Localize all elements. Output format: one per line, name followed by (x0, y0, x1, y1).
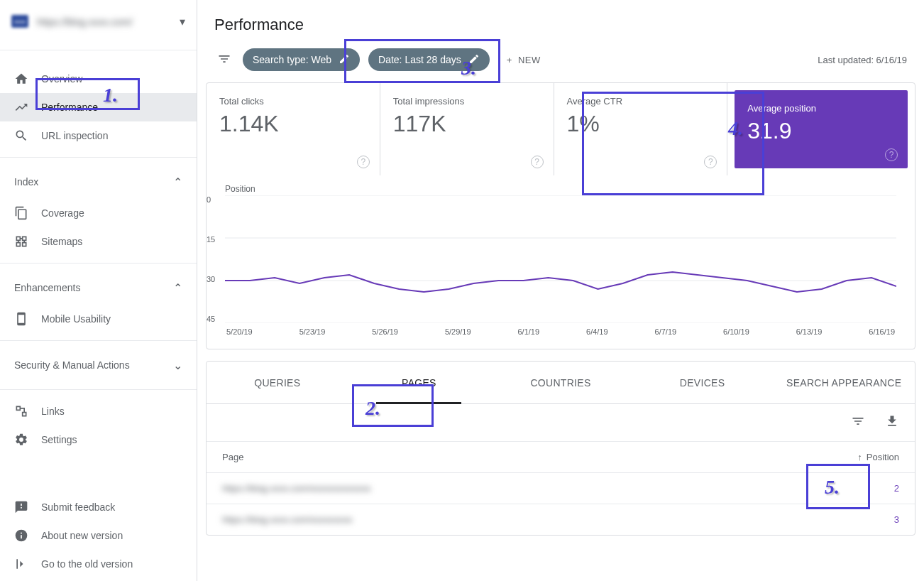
plus-icon: + (507, 55, 512, 65)
nav-sitemaps[interactable]: Sitemaps (0, 227, 197, 256)
nav-label: Settings (41, 434, 77, 445)
metric-average-position[interactable]: Average position 31.9 ? (735, 90, 908, 168)
feedback-icon (14, 500, 28, 514)
nav-links[interactable]: Links (0, 397, 197, 425)
chart-area: Position 0153045 5/20/195/23/195/26/195/… (207, 175, 915, 349)
bottom-nav: Submit feedback About new version Go to … (0, 493, 197, 581)
chevron-up-icon: ⌃ (173, 175, 182, 189)
chip-label: Date: Last 28 days (378, 54, 461, 65)
chip-search-type[interactable]: Search type: Web (243, 48, 360, 71)
metric-total-impressions[interactable]: Total impressions 117K ? (380, 83, 554, 175)
chip-date[interactable]: Date: Last 28 days (368, 48, 490, 71)
chart-y-axis-label: Position (225, 184, 896, 194)
site-url: https://blog.xxxx.com/ (37, 16, 171, 26)
cell-position: 3 (894, 514, 899, 525)
metric-label: Average position (747, 103, 895, 114)
nav-old-version[interactable]: Go to the old version (0, 550, 197, 578)
cell-page: https://blog.xxxx.com/xxxxxxxxxxxxx (222, 483, 371, 494)
section-label: Enhancements (14, 282, 80, 293)
metric-label: Total clicks (219, 96, 367, 107)
new-filter-button[interactable]: + NEW (498, 49, 549, 71)
sort-arrow-up-icon: ↑ (857, 452, 862, 462)
download-icon[interactable] (885, 414, 899, 431)
cell-position: 2 (894, 483, 899, 494)
metric-total-clicks[interactable]: Total clicks 1.14K ? (207, 83, 380, 175)
site-logo: xxxx (11, 15, 28, 28)
chevron-up-icon: ⌃ (173, 281, 182, 295)
last-updated: Last updated: 6/16/19 (818, 55, 907, 65)
metric-average-ctr[interactable]: Average CTR 1% ? (554, 83, 728, 175)
chevron-down-icon: ⌄ (173, 359, 182, 372)
copy-icon (14, 206, 28, 220)
metric-value: 117K (393, 111, 541, 137)
tab-search-appearance[interactable]: SEARCH APPEARANCE (773, 362, 915, 403)
nav-mobile-usability[interactable]: Mobile Usability (0, 305, 197, 333)
sidebar: xxxx https://blog.xxxx.com/ ▾ Overview P… (0, 0, 197, 581)
search-icon (14, 129, 28, 143)
table-actions (207, 404, 915, 441)
filter-toolbar: Search type: Web Date: Last 28 days + NE… (197, 48, 924, 82)
nav-url-inspection[interactable]: URL inspection (0, 121, 197, 150)
x-tick-labels: 5/20/195/23/195/26/195/29/196/1/196/4/19… (225, 327, 896, 336)
nav-label: Links (41, 406, 65, 417)
sitemap-icon (14, 234, 28, 249)
trending-icon (14, 100, 28, 114)
position-chart[interactable]: 0153045 (225, 195, 896, 323)
section-index[interactable]: Index ⌃ (0, 165, 197, 199)
edit-icon (339, 53, 350, 67)
filter-icon[interactable] (214, 49, 234, 71)
tab-pages[interactable]: PAGES (348, 362, 490, 403)
y-tick-labels: 0153045 (207, 195, 215, 323)
chip-label: Search type: Web (253, 54, 331, 65)
home-icon (14, 72, 28, 86)
help-icon[interactable]: ? (885, 148, 898, 161)
section-label: Index (14, 176, 38, 188)
metrics-row: Total clicks 1.14K ? Total impressions 1… (207, 83, 915, 175)
caret-down-icon: ▾ (180, 15, 185, 28)
page-title: Performance (197, 0, 924, 48)
section-enhancements[interactable]: Enhancements ⌃ (0, 271, 197, 305)
nav-label: Mobile Usability (41, 313, 111, 325)
gear-icon (14, 433, 28, 447)
nav-performance[interactable]: Performance (0, 93, 197, 121)
nav-label: Submit feedback (41, 501, 115, 513)
nav-about[interactable]: About new version (0, 521, 197, 550)
nav-settings[interactable]: Settings (0, 425, 197, 454)
nav-label: Sitemaps (41, 236, 82, 247)
main-nav: Overview Performance URL inspection (0, 58, 197, 150)
filter-icon[interactable] (851, 414, 865, 431)
tab-countries[interactable]: COUNTRIES (490, 362, 632, 403)
help-icon[interactable]: ? (357, 156, 370, 168)
help-icon[interactable]: ? (531, 156, 544, 168)
tab-devices[interactable]: DEVICES (632, 362, 774, 403)
nav-feedback[interactable]: Submit feedback (0, 493, 197, 521)
table-tabs: QUERIESPAGESCOUNTRIESDEVICESSEARCH APPEA… (207, 362, 915, 404)
nav-label: Overview (41, 73, 82, 85)
table-card: QUERIESPAGESCOUNTRIESDEVICESSEARCH APPEA… (206, 361, 915, 536)
column-label: Position (867, 452, 899, 462)
nav-label: Performance (41, 102, 98, 113)
nav-coverage[interactable]: Coverage (0, 199, 197, 227)
edit-icon (468, 53, 480, 67)
nav-label: Coverage (41, 207, 84, 219)
metric-label: Total impressions (393, 96, 541, 107)
table-row[interactable]: https://blog.xxxx.com/xxxxxxxxxxxxx2 (207, 472, 915, 504)
metric-value: 1.14K (219, 111, 367, 137)
new-label: NEW (518, 55, 541, 65)
table-row[interactable]: https://blog.xxxx.com/xxxxxxxxx3 (207, 504, 915, 535)
table-header: Page ↑ Position (207, 441, 915, 472)
metrics-chart-card: Total clicks 1.14K ? Total impressions 1… (206, 82, 915, 349)
column-header-page[interactable]: Page (222, 452, 243, 462)
site-selector[interactable]: xxxx https://blog.xxxx.com/ ▾ (0, 0, 197, 43)
cell-page: https://blog.xxxx.com/xxxxxxxxx (222, 514, 353, 525)
section-security[interactable]: Security & Manual Actions ⌄ (0, 348, 197, 382)
links-icon (14, 404, 28, 418)
tab-queries[interactable]: QUERIES (207, 362, 348, 403)
metric-value: 1% (567, 111, 715, 137)
main-content: Performance Search type: Web Date: Last … (197, 0, 924, 581)
nav-overview[interactable]: Overview (0, 65, 197, 93)
nav-label: About new version (41, 530, 123, 541)
metric-value: 31.9 (747, 118, 895, 144)
column-header-position[interactable]: ↑ Position (857, 452, 899, 462)
help-icon[interactable]: ? (704, 156, 717, 168)
